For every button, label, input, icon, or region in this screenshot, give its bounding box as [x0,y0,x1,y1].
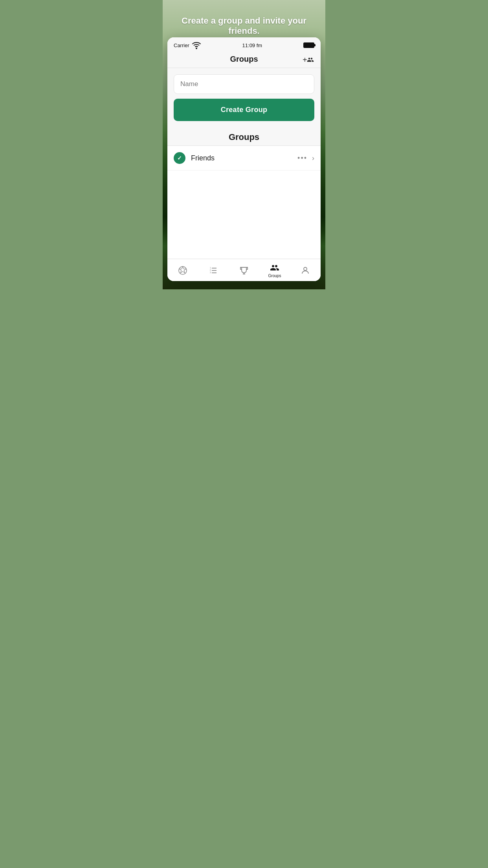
carrier-label: Carrier [174,42,189,48]
svg-point-0 [196,48,197,49]
name-input[interactable] [174,74,314,94]
phone-frame: Carrier 11:09 fm Groups + C [167,37,321,281]
list-icon: 1 2 3 [209,266,218,275]
svg-text:3: 3 [210,271,211,274]
hero-text: Create a group and invite your friends. [163,16,325,36]
time-label: 11:09 fm [242,42,262,48]
groups-section-header: Groups [167,127,321,145]
tab-label-groups: Groups [268,274,281,278]
check-mark: ✓ [177,155,182,161]
tab-item-soccer[interactable] [167,266,198,275]
add-group-button[interactable]: + [303,55,314,64]
tab-item-profile[interactable] [290,266,321,275]
tab-item-groups[interactable]: Groups [259,263,290,278]
nav-bar: Groups + [167,51,321,68]
nav-title: Groups [230,55,258,64]
status-left: Carrier [174,40,201,50]
wifi-icon [192,40,201,50]
group-list: ✓ Friends ••• › [167,146,321,259]
status-bar: Carrier 11:09 fm [167,37,321,51]
group-check-icon: ✓ [174,152,185,164]
tab-bar: 1 2 3 Groups [167,259,321,281]
group-item-name: Friends [191,154,297,162]
group-item-actions: ••• › [297,154,314,162]
add-group-icon: + [303,55,314,64]
groups-icon [270,263,279,272]
form-section: Create Group [167,68,321,127]
trophy-icon [239,266,249,275]
battery-icon [303,42,314,48]
svg-point-10 [304,267,307,270]
svg-point-2 [179,267,187,274]
svg-text:+: + [303,55,307,64]
profile-icon [301,266,310,275]
content-area: Create Group Groups ✓ Friends ••• › [167,68,321,259]
chevron-right-icon: › [312,154,314,162]
create-group-button[interactable]: Create Group [174,99,314,121]
tab-item-trophy[interactable] [229,266,259,275]
more-options-button[interactable]: ••• [297,154,307,162]
group-list-item[interactable]: ✓ Friends ••• › [167,146,321,171]
soccer-ball-icon [178,266,187,275]
tab-item-list[interactable]: 1 2 3 [198,266,229,275]
